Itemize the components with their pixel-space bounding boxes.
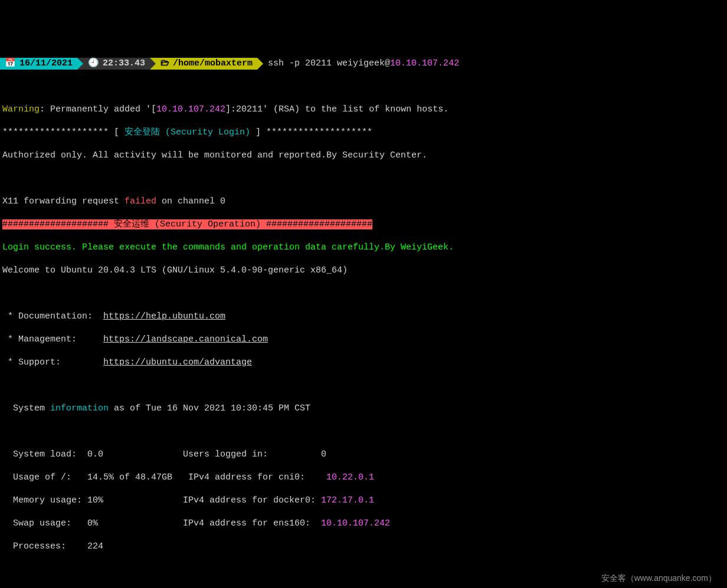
sysinfo-prefix: System — [2, 403, 50, 413]
x11-failed: failed — [125, 196, 156, 206]
watermark: 安全客（www.anquanke.com） — [601, 573, 716, 583]
terminal-output[interactable]: Warning: Permanently added '[10.10.107.2… — [0, 93, 727, 589]
banner-auth: Authorized only. All activity will be mo… — [2, 150, 725, 162]
arrow-icon — [77, 58, 83, 70]
stat-row3: Memory usage: 10% IPv4 address for docke… — [2, 495, 321, 505]
warn-text2: ]:20211' (RSA) to the list of known host… — [225, 104, 448, 114]
x11-rest: on channel 0 — [156, 196, 225, 206]
secop-banner: #################### 安全运维 (Security Oper… — [2, 219, 372, 229]
banner-title: 安全登陆 (Security Login) — [125, 127, 250, 137]
x11-text: X11 forwarding request — [2, 196, 125, 206]
warning-label: Warning — [2, 104, 40, 114]
folder-icon: 🗁 — [161, 58, 169, 70]
date-text: 16/11/2021 — [19, 58, 73, 70]
warn-ip: 10.10.107.242 — [156, 104, 225, 114]
banner-stars-l: ******************** [ — [2, 127, 125, 137]
header-command: ssh -p 20211 weiyigeek@10.10.107.242 — [263, 58, 459, 70]
stat-row1: System load: 0.0 Users logged in: 0 — [2, 449, 725, 461]
stat-ip-cni0: 10.22.0.1 — [326, 472, 374, 482]
stat-row5: Processes: 224 — [2, 541, 725, 553]
clock-icon: 🕘 — [88, 58, 99, 70]
sysinfo-suffix: as of Tue 16 Nov 2021 10:30:45 PM CST — [109, 403, 310, 413]
welcome-text: Welcome to Ubuntu 20.04.3 LTS (GNU/Linux… — [2, 265, 725, 277]
arrow-icon — [257, 58, 263, 70]
warn-text: : Permanently added '[ — [40, 104, 156, 114]
support-label: * Support: — [2, 357, 103, 367]
seg-date: 📅 16/11/2021 — [0, 58, 77, 70]
support-url[interactable]: https://ubuntu.com/advantage — [103, 357, 252, 367]
time-text: 22:33.43 — [103, 58, 145, 70]
stat-ip-docker0: 172.17.0.1 — [321, 495, 374, 505]
seg-path: 🗁 /home/mobaxterm — [156, 58, 257, 70]
cmd-prefix: ssh -p 20211 weiyigeek@ — [268, 58, 390, 68]
stat-row2: Usage of /: 14.5% of 48.47GB IPv4 addres… — [2, 472, 326, 482]
seg-time: 🕘 22:33.43 — [83, 58, 150, 70]
path-text: /home/mobaxterm — [173, 58, 253, 70]
docs-url[interactable]: https://help.ubuntu.com — [103, 311, 225, 321]
stat-ip-ens160: 10.10.107.242 — [321, 518, 390, 528]
docs-label: * Documentation: — [2, 311, 103, 321]
sysinfo-word: information — [50, 403, 109, 413]
stat-row4: Swap usage: 0% IPv4 address for ens160: — [2, 518, 321, 528]
arrow-icon — [150, 58, 156, 70]
banner-stars-r: ] ******************** — [250, 127, 372, 137]
prompt-header: 📅 16/11/2021 🕘 22:33.43 🗁 /home/mobaxter… — [0, 58, 727, 70]
login-success: Login success. Please execute the comman… — [2, 242, 454, 252]
mgmt-url[interactable]: https://landscape.canonical.com — [103, 334, 268, 344]
calendar-icon: 📅 — [5, 58, 16, 70]
mgmt-label: * Management: — [2, 334, 103, 344]
cmd-host: 10.10.107.242 — [390, 58, 459, 68]
